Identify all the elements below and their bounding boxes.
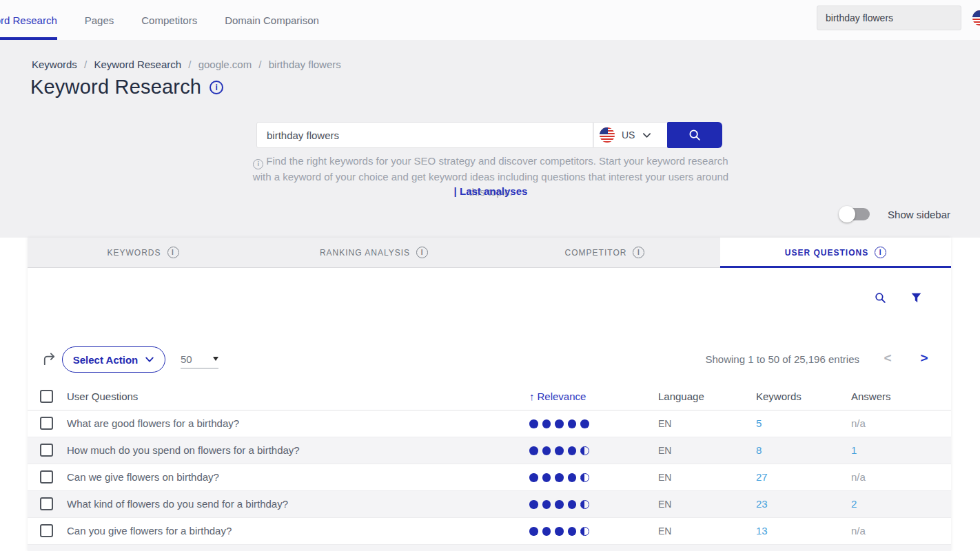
tab-label: KEYWORDS <box>107 248 161 258</box>
relevance-dot <box>580 473 589 482</box>
row-checkbox[interactable] <box>40 497 53 510</box>
nav-item-keyword-research[interactable]: Keyword Research <box>0 0 57 40</box>
show-sidebar-label: Show sidebar <box>888 209 950 220</box>
breadcrumb-keywords[interactable]: Keywords <box>32 59 77 70</box>
next-page-button[interactable]: > <box>917 351 931 366</box>
info-icon[interactable]: i <box>416 247 428 258</box>
row-checkbox[interactable] <box>40 444 53 457</box>
table-toolbar: Select Action 50 Showing 1 to 50 of 25,1… <box>28 346 951 373</box>
relevance-dot <box>542 473 551 482</box>
search-icon <box>687 127 702 143</box>
relevance-dot <box>580 527 589 536</box>
chevron-down-icon <box>642 130 652 141</box>
relevance-dot <box>529 527 538 536</box>
breadcrumb-separator: / <box>258 59 261 70</box>
keywords-link[interactable]: 5 <box>756 410 762 437</box>
breadcrumb-birthday-flowers: birthday flowers <box>269 59 341 70</box>
table-row: Can we give flowers on birthday? EN 27 n… <box>28 464 951 491</box>
table-search-icon[interactable] <box>874 291 887 304</box>
results-tabs: KEYWORDS i RANKING ANALYSIS i COMPETITOR… <box>28 238 951 268</box>
relevance-dot <box>580 446 589 455</box>
breadcrumb-separator: / <box>188 59 191 70</box>
table-header-row: User Questions ↑Relevance Language Keywo… <box>28 383 951 410</box>
tab-keywords[interactable]: KEYWORDS i <box>28 238 258 267</box>
nav-item-competitors[interactable]: Competitors <box>141 0 197 40</box>
tab-competitor[interactable]: COMPETITOR i <box>489 238 720 267</box>
column-label: Relevance <box>538 391 586 402</box>
row-checkbox[interactable] <box>40 417 53 430</box>
country-select[interactable]: US <box>593 122 667 148</box>
answers-value[interactable]: 1 <box>851 437 857 464</box>
relevance-dots <box>529 500 589 509</box>
relevance-dot <box>568 419 577 428</box>
answers-value: n/a <box>851 410 866 437</box>
column-keywords[interactable]: Keywords <box>756 383 802 410</box>
keywords-link[interactable]: 8 <box>756 437 762 464</box>
main-nav: Keyword Research Pages Competitors Domai… <box>0 0 347 40</box>
title-info-icon[interactable]: i <box>210 81 223 94</box>
question-text: What kind of flowers do you send for a b… <box>67 491 288 517</box>
nav-item-domain-comparison[interactable]: Domain Comparison <box>225 0 319 40</box>
info-icon[interactable]: i <box>875 247 886 258</box>
export-icon[interactable] <box>41 351 57 370</box>
keywords-link[interactable]: 27 <box>756 464 768 490</box>
country-code: US <box>622 129 635 141</box>
last-analyses-link[interactable]: | Last analyses <box>249 185 732 197</box>
top-search-box <box>817 6 961 30</box>
relevance-dot <box>568 446 577 455</box>
relevance-dot <box>568 500 577 509</box>
table-row-partial <box>28 545 951 551</box>
relevance-dot <box>542 419 551 428</box>
page-header-section: Keywords / Keyword Research / google.com… <box>0 40 980 238</box>
table-tools <box>874 291 922 304</box>
breadcrumb-separator: / <box>84 59 87 70</box>
us-flag-icon[interactable] <box>972 10 980 25</box>
tab-ranking-analysis[interactable]: RANKING ANALYSIS i <box>258 238 489 267</box>
row-checkbox[interactable] <box>40 524 53 537</box>
question-text: What are good flowers for a birthday? <box>67 410 239 437</box>
breadcrumb: Keywords / Keyword Research / google.com… <box>32 59 341 70</box>
question-text: Can we give flowers on birthday? <box>67 464 219 490</box>
answers-value[interactable]: 2 <box>851 491 857 517</box>
select-all-checkbox[interactable] <box>40 390 53 403</box>
relevance-dot <box>542 500 551 509</box>
show-sidebar-toggle[interactable] <box>841 208 870 220</box>
info-icon[interactable]: i <box>167 247 179 258</box>
select-action-button[interactable]: Select Action <box>62 346 165 373</box>
relevance-dot <box>542 446 551 455</box>
page-size-select[interactable]: 50 <box>181 350 218 368</box>
sort-asc-icon: ↑ <box>529 391 535 402</box>
sidebar-toggle-row: Show sidebar <box>841 208 950 220</box>
language-value: EN <box>658 437 671 464</box>
caret-down-icon <box>213 357 218 361</box>
row-checkbox[interactable] <box>40 470 53 484</box>
relevance-dot <box>542 527 551 536</box>
table-row: What kind of flowers do you send for a b… <box>28 491 951 518</box>
chevron-down-icon <box>145 355 154 364</box>
relevance-dots <box>529 527 589 536</box>
info-icon[interactable]: i <box>633 247 644 258</box>
top-search-input[interactable] <box>817 6 961 30</box>
question-text: Can you give flowers for a birthday? <box>67 518 232 544</box>
search-button[interactable] <box>667 122 722 148</box>
relevance-dot <box>568 473 577 482</box>
table-row: What are good flowers for a birthday? EN… <box>28 410 951 437</box>
column-answers[interactable]: Answers <box>851 383 891 410</box>
breadcrumb-keyword-research[interactable]: Keyword Research <box>94 59 181 70</box>
prev-page-button[interactable]: < <box>881 351 895 366</box>
relevance-dot <box>529 446 538 455</box>
keyword-search-input[interactable] <box>256 122 593 148</box>
nav-item-pages[interactable]: Pages <box>85 0 114 40</box>
relevance-dot <box>580 500 589 509</box>
column-relevance-sort[interactable]: ↑Relevance <box>529 383 586 410</box>
column-language[interactable]: Language <box>658 383 704 410</box>
tab-label: COMPETITOR <box>565 248 627 258</box>
filter-icon[interactable] <box>910 292 922 304</box>
keywords-link[interactable]: 13 <box>756 518 768 544</box>
relevance-dot <box>568 527 577 536</box>
keywords-link[interactable]: 23 <box>756 491 768 517</box>
breadcrumb-google-com[interactable]: google.com <box>198 59 252 70</box>
tab-label: RANKING ANALYSIS <box>320 248 410 258</box>
tab-user-questions[interactable]: USER QUESTIONS i <box>720 238 951 267</box>
language-value: EN <box>658 518 671 544</box>
